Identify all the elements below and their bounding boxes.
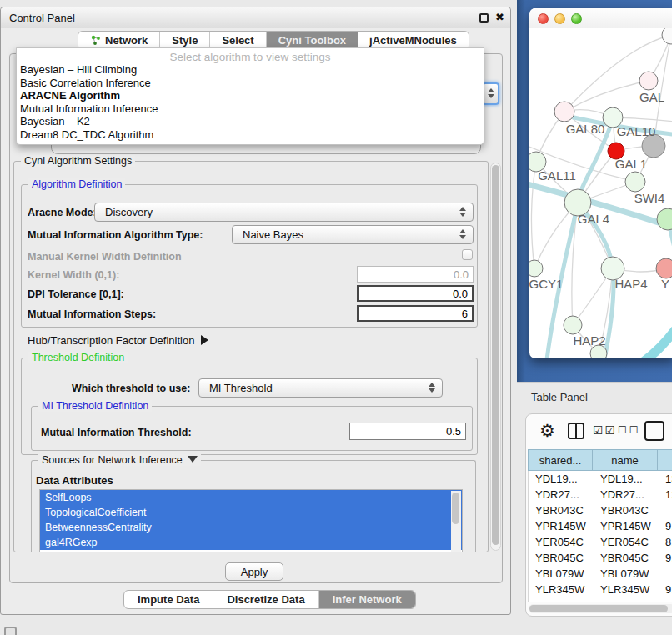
table-body: YDL19...YDL19...13 YDR27...YDR27...12 YB…	[528, 471, 672, 602]
dropdown-prompt: Select algorithm to view settings	[17, 51, 484, 63]
node-salmon[interactable]	[656, 258, 672, 278]
network-desktop-background: GAL GAL80 GAL10 GAL1 GAL11 SWI4 GAL4 GCY…	[517, 0, 672, 382]
sources-group-title[interactable]: Sources for Network Inference	[38, 454, 201, 466]
table-row[interactable]: YBR045CYBR045C9.	[529, 550, 672, 566]
label-gal10: GAL10	[617, 124, 656, 138]
dropdown-item[interactable]: Dream8 DC_TDC Algorithm	[17, 128, 484, 142]
hub-transcription-section-toggle[interactable]: Hub/Transcription Factor Definition	[28, 334, 208, 347]
control-panel-titlebar: Control Panel ✖	[1, 8, 510, 28]
node-green-right[interactable]	[657, 208, 672, 230]
list-item-selected[interactable]: SelfLoops	[40, 490, 462, 505]
tab-network[interactable]: Network	[78, 32, 160, 49]
mi-steps-label: Mutual Information Steps:	[28, 308, 156, 320]
gear-icon[interactable]: ⚙	[539, 419, 555, 442]
node-cut-top[interactable]	[662, 28, 672, 44]
table-row[interactable]: YDR27...YDR27...12	[529, 487, 672, 502]
tab-discretize-data[interactable]: Discretize Data	[213, 591, 318, 608]
combobox-arrows-icon	[459, 229, 466, 239]
app-root: GAL GAL80 GAL10 GAL1 GAL11 SWI4 GAL4 GCY…	[0, 0, 672, 635]
table-function-icon[interactable]	[644, 421, 664, 441]
tab-style[interactable]: Style	[160, 32, 210, 49]
select-all-checkboxes-icon[interactable]: ☑☑	[593, 423, 617, 437]
node-swi4[interactable]	[625, 172, 645, 192]
mi-algorithm-type-select[interactable]: Naive Bayes	[232, 225, 474, 244]
network-view-window[interactable]: GAL GAL80 GAL10 GAL1 GAL11 SWI4 GAL4 GCY…	[529, 8, 672, 358]
table-panel-title: Table Panel	[531, 391, 588, 403]
close-panel-icon[interactable]: ✖	[495, 11, 504, 23]
table-row[interactable]: YLR345WYLR345W9.	[529, 582, 672, 598]
table-toolbar: ⚙ ☑☑ ☐☐	[526, 419, 672, 444]
tab-impute-data[interactable]: Impute Data	[124, 591, 213, 608]
table-row[interactable]: YPR145WYPR145W9.	[529, 518, 672, 534]
table-header-row: shared... name A	[528, 449, 672, 471]
control-panel-window: Control Panel ✖ Network Style Select Cyn…	[0, 7, 511, 615]
node-gal-cut[interactable]	[639, 72, 658, 90]
dpi-tolerance-label: DPI Tolerance [0,1]:	[28, 288, 124, 300]
scrollbar-thumb[interactable]	[452, 492, 459, 524]
minimize-traffic-light-icon[interactable]	[554, 13, 565, 24]
deselect-checkboxes-icon[interactable]: ☐☐	[618, 424, 641, 436]
node-gal80[interactable]	[554, 102, 574, 122]
table-row[interactable]: YBR043CYBR043C	[529, 502, 672, 518]
apply-button[interactable]: Apply	[225, 562, 283, 581]
combobox-arrows-icon	[429, 382, 435, 392]
table-row[interactable]: YIL052CYIL052C0	[529, 598, 672, 602]
network-graph-canvas[interactable]: GAL GAL80 GAL10 GAL1 GAL11 SWI4 GAL4 GCY…	[529, 28, 672, 358]
dropdown-item-highlighted[interactable]: ARACNE Algorithm	[17, 89, 484, 102]
tab-jactivemnodules[interactable]: jActiveMNodules	[358, 32, 469, 49]
columns-icon[interactable]	[568, 422, 584, 439]
mi-threshold-label: Mutual Information Threshold:	[41, 427, 192, 438]
mi-threshold-definition-title: MI Threshold Definition	[38, 400, 152, 412]
list-item-selected[interactable]: BetweennessCentrality	[40, 520, 462, 535]
manual-kernel-width-checkbox[interactable]	[462, 249, 473, 260]
column-header-cut[interactable]: A	[658, 449, 672, 471]
close-traffic-light-icon[interactable]	[538, 13, 549, 24]
cyni-bottom-tabbar: Impute Data Discretize Data Infer Networ…	[123, 590, 416, 609]
settings-vertical-scrollbar[interactable]	[490, 162, 501, 551]
dropdown-item[interactable]: Basic Correlation Inference	[17, 77, 484, 90]
label-gal80: GAL80	[566, 122, 605, 136]
mi-threshold-input[interactable]	[349, 422, 466, 440]
expanded-arrow-icon	[188, 456, 198, 462]
list-item-selected[interactable]: TopologicalCoefficient	[40, 505, 462, 520]
mi-steps-input[interactable]	[357, 305, 474, 322]
collapsed-arrow-icon	[201, 335, 208, 345]
data-attributes-list[interactable]: SelfLoops TopologicalCoefficient Between…	[39, 489, 463, 552]
column-header-shared-name[interactable]: shared...	[528, 449, 593, 471]
dpi-tolerance-input[interactable]	[357, 285, 474, 302]
scrollbar-thumb[interactable]	[492, 165, 499, 545]
algorithm-definition-title: Algorithm Definition	[28, 178, 125, 190]
node-gcy1[interactable]	[529, 260, 543, 277]
label-gal-cut: GAL	[639, 90, 664, 104]
algorithm-combobox-button[interactable]	[482, 82, 499, 105]
kernel-width-label: Kernel Width (0,1):	[28, 269, 119, 281]
dropdown-item[interactable]: Mutual Information Inference	[17, 102, 484, 116]
settings-group-title: Cyni Algorithm Settings	[21, 155, 135, 167]
list-item-selected[interactable]: gal4RGexp	[40, 535, 462, 550]
which-threshold-label: Which threshold to use:	[72, 382, 190, 394]
label-y-cut: Y	[661, 277, 669, 291]
node-hap2[interactable]	[564, 316, 582, 334]
combobox-arrows-icon	[459, 207, 466, 217]
tab-select[interactable]: Select	[210, 32, 266, 49]
which-threshold-select[interactable]: MI Threshold	[198, 378, 443, 398]
tab-cyni-toolbox[interactable]: Cyni Toolbox	[267, 32, 358, 49]
network-tab-icon	[90, 35, 101, 46]
table-row[interactable]: YBL079WYBL079W	[529, 566, 672, 582]
zoom-traffic-light-icon[interactable]	[571, 13, 582, 24]
dropdown-item[interactable]: Bayesian – Hill Climbing	[17, 63, 484, 77]
table-row[interactable]: YER054CYER054C8.	[529, 534, 672, 550]
manual-kernel-width-label: Manual Kernel Width Definition	[28, 251, 182, 262]
list-vertical-scrollbar[interactable]	[451, 491, 461, 552]
table-row[interactable]: YDL19...YDL19...13	[529, 471, 672, 487]
tab-infer-network[interactable]: Infer Network	[319, 591, 415, 608]
table-horizontal-scrollbar[interactable]	[529, 604, 672, 613]
kernel-width-input[interactable]	[357, 266, 474, 282]
label-hap2: HAP2	[573, 333, 605, 348]
dropdown-item[interactable]: Bayesian – K2	[17, 115, 484, 128]
aracne-mode-select[interactable]: Discovery	[94, 202, 474, 222]
taskbar-cut-icon[interactable]	[4, 627, 17, 635]
float-window-icon[interactable]	[479, 13, 489, 22]
column-header-name[interactable]: name	[593, 449, 658, 471]
scrollbar-thumb[interactable]	[529, 605, 668, 612]
